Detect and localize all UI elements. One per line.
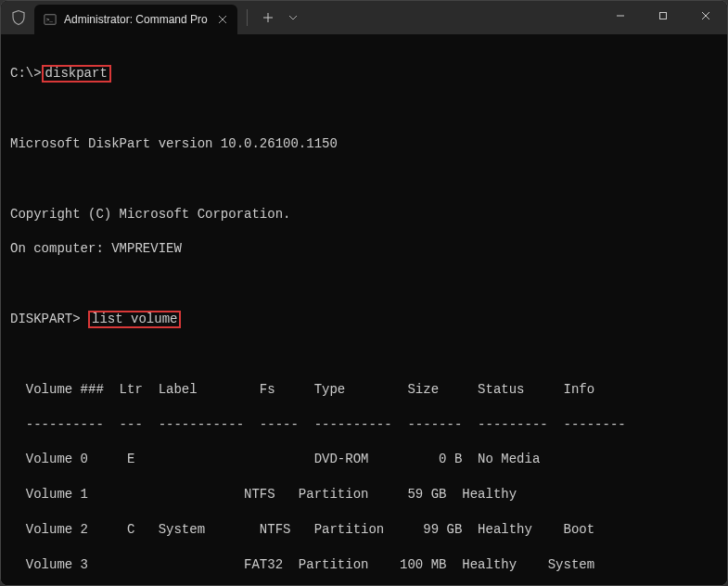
admin-shield-icon <box>10 9 27 26</box>
table-row: Volume 1 NTFS Partition 59 GB Healthy <box>10 486 718 503</box>
command-list-volume: list volume <box>88 311 181 328</box>
version-line: Microsoft DiskPart version 10.0.26100.11… <box>10 135 718 153</box>
terminal-window: >_ Administrator: Command Pro C:\> <box>0 0 728 586</box>
maximize-button[interactable] <box>642 1 684 31</box>
window-controls <box>599 1 727 31</box>
tab-divider <box>247 9 248 26</box>
close-button[interactable] <box>684 1 727 31</box>
chevron-down-icon[interactable] <box>288 13 298 23</box>
titlebar[interactable]: >_ Administrator: Command Pro <box>1 1 727 34</box>
table-header: Volume ### Ltr Label Fs Type Size Status… <box>10 381 718 399</box>
computer-line: On computer: VMPREVIEW <box>10 240 718 258</box>
tab-title: Administrator: Command Pro <box>64 13 208 26</box>
table-row: Volume 2 C System NTFS Partition 99 GB H… <box>10 521 718 539</box>
prompt: C:\> <box>10 66 42 81</box>
prompt: DISKPART> <box>10 312 88 326</box>
table-row: Volume 0 E DVD-ROM 0 B No Media <box>10 451 718 468</box>
tab-active[interactable]: >_ Administrator: Command Pro <box>34 5 237 34</box>
copyright-line: Copyright (C) Microsoft Corporation. <box>10 206 718 223</box>
close-tab-button[interactable] <box>215 12 230 27</box>
minimize-button[interactable] <box>599 1 642 31</box>
table-divider: ---------- --- ----------- ----- -------… <box>10 416 718 434</box>
new-tab-button[interactable] <box>255 5 281 31</box>
cmd-icon: >_ <box>44 13 57 26</box>
svg-rect-7 <box>660 13 667 19</box>
terminal-output[interactable]: C:\>diskpart Microsoft DiskPart version … <box>1 34 727 585</box>
svg-text:>_: >_ <box>46 17 54 23</box>
table-row: Volume 3 FAT32 Partition 100 MB Healthy … <box>10 556 718 574</box>
command-diskpart: diskpart <box>42 65 111 83</box>
